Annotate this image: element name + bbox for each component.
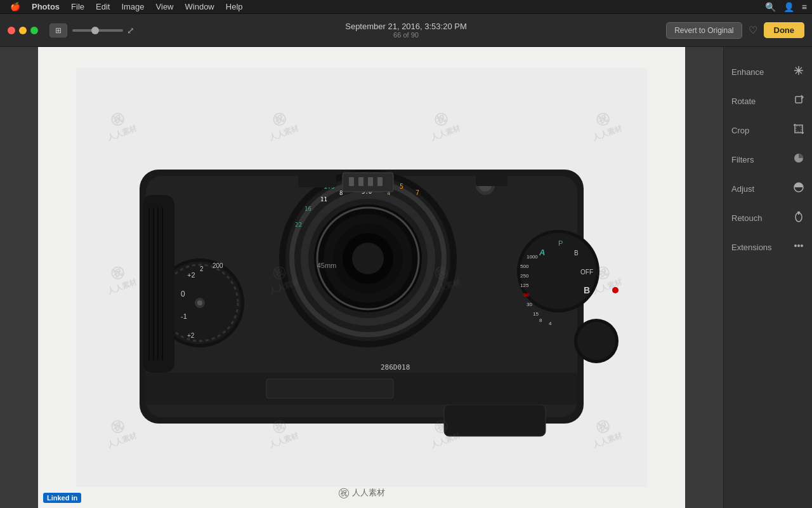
done-button[interactable]: Done xyxy=(764,22,805,38)
svg-text:250: 250 xyxy=(520,273,529,279)
svg-point-41 xyxy=(197,300,202,305)
svg-rect-27 xyxy=(349,177,354,186)
svg-point-12 xyxy=(352,243,384,274)
crop-icon xyxy=(793,123,804,137)
svg-rect-30 xyxy=(377,177,383,186)
maximize-button[interactable] xyxy=(30,27,38,34)
thumbnail-view-button[interactable]: ⊞ xyxy=(49,23,67,37)
thumbnail-icon: ⊞ xyxy=(55,26,62,35)
traffic-lights xyxy=(8,27,38,34)
extensions-label: Extensions xyxy=(731,243,772,252)
adjust-icon xyxy=(793,182,804,196)
svg-text:-1: -1 xyxy=(181,312,187,320)
svg-text:B: B xyxy=(574,250,579,257)
svg-text:0: 0 xyxy=(181,290,185,298)
extensions-tool[interactable]: Extensions xyxy=(724,235,812,259)
svg-text:11: 11 xyxy=(320,196,327,203)
menu-help[interactable]: Help xyxy=(221,1,248,13)
svg-point-91 xyxy=(794,244,797,247)
menubar-right: 🔍 👤 ≡ xyxy=(765,2,807,12)
menu-photos[interactable]: Photos xyxy=(27,1,65,13)
svg-text:+2: +2 xyxy=(187,332,195,339)
svg-text:200: 200 xyxy=(213,262,223,269)
svg-rect-28 xyxy=(358,177,363,186)
svg-text:5: 5 xyxy=(400,183,403,190)
menu-file[interactable]: File xyxy=(66,1,89,13)
svg-text:2: 2 xyxy=(200,265,204,272)
crop-label: Crop xyxy=(731,126,749,135)
crop-tool[interactable]: Crop xyxy=(724,118,812,142)
svg-text:22: 22 xyxy=(295,222,302,228)
user-icon[interactable]: 👤 xyxy=(783,2,794,12)
svg-text:8: 8 xyxy=(339,190,343,196)
photo-title: September 21, 2016, 3:53:20 PM xyxy=(345,22,467,31)
filters-tool[interactable]: Filters xyxy=(724,147,812,171)
linkedin-watermark: Linked in xyxy=(43,493,81,503)
adjust-label: Adjust xyxy=(731,184,754,194)
search-icon[interactable]: 🔍 xyxy=(765,2,776,12)
svg-text:125: 125 xyxy=(520,283,529,288)
filters-icon xyxy=(793,152,804,166)
filters-label: Filters xyxy=(731,155,754,164)
svg-point-78 xyxy=(797,69,800,72)
svg-point-93 xyxy=(801,244,803,247)
svg-text:1000: 1000 xyxy=(527,254,538,260)
svg-text:7: 7 xyxy=(416,189,419,196)
svg-rect-90 xyxy=(797,211,800,213)
svg-text:500: 500 xyxy=(520,264,529,269)
photo-display: 1.5 2 3 ∞ 5 7 22 16 11 8 5.6 4 45mm xyxy=(38,47,685,508)
svg-text:OFF: OFF xyxy=(580,269,593,276)
svg-text:286D018: 286D018 xyxy=(381,363,410,371)
svg-text:16: 16 xyxy=(304,206,311,212)
svg-rect-85 xyxy=(796,126,801,131)
svg-point-92 xyxy=(797,244,800,247)
retouch-label: Retouch xyxy=(731,213,762,223)
svg-rect-73 xyxy=(266,379,393,398)
svg-point-70 xyxy=(612,287,619,293)
close-button[interactable] xyxy=(8,27,15,34)
menubar: 🍎 Photos File Edit Image View Window Hel… xyxy=(0,0,812,14)
svg-rect-60 xyxy=(444,404,546,436)
retouch-icon xyxy=(793,211,804,225)
photo-count: 66 of 90 xyxy=(345,31,467,39)
expand-icon: ⤢ xyxy=(127,25,134,36)
revert-button[interactable]: Revert to Original xyxy=(666,22,742,39)
svg-text:60: 60 xyxy=(523,292,529,298)
apple-menu[interactable]: 🍎 xyxy=(5,1,25,13)
svg-rect-71 xyxy=(476,175,508,186)
minimize-button[interactable] xyxy=(19,27,27,34)
titlebar-center: September 21, 2016, 3:53:20 PM 66 of 90 xyxy=(345,22,467,39)
svg-text:15: 15 xyxy=(533,311,539,317)
titlebar-left: ⊞ ⤢ xyxy=(8,23,134,37)
rotate-icon xyxy=(793,94,804,108)
retouch-tool[interactable]: Retouch xyxy=(724,206,812,230)
favorite-button[interactable]: ♡ xyxy=(749,24,757,36)
camera-svg: 1.5 2 3 ∞ 5 7 22 16 11 8 5.6 4 45mm xyxy=(76,68,647,487)
svg-text:A: A xyxy=(539,248,545,257)
rotate-label: Rotate xyxy=(731,97,756,106)
enhance-label: Enhance xyxy=(731,67,764,77)
menu-image[interactable]: Image xyxy=(116,1,149,13)
enhance-tool[interactable]: Enhance xyxy=(724,60,812,84)
svg-text:P: P xyxy=(558,239,563,247)
enhance-icon xyxy=(793,65,804,79)
zoom-slider-container: ⤢ xyxy=(72,25,134,36)
menu-window[interactable]: Window xyxy=(180,1,219,13)
menu-edit[interactable]: Edit xyxy=(91,1,115,13)
list-icon[interactable]: ≡ xyxy=(802,2,807,12)
photo-wrapper: 1.5 2 3 ∞ 5 7 22 16 11 8 5.6 4 45mm xyxy=(38,47,685,508)
titlebar: ⊞ ⤢ September 21, 2016, 3:53:20 PM 66 of… xyxy=(0,14,812,47)
photo-canvas: 1.5 2 3 ∞ 5 7 22 16 11 8 5.6 4 45mm xyxy=(0,47,723,508)
svg-text:30: 30 xyxy=(527,302,532,307)
rotate-tool[interactable]: Rotate xyxy=(724,89,812,113)
main-area: 1.5 2 3 ∞ 5 7 22 16 11 8 5.6 4 45mm xyxy=(0,47,812,508)
svg-rect-69 xyxy=(298,175,336,187)
svg-text:+2: +2 xyxy=(187,271,195,279)
svg-point-62 xyxy=(577,322,615,360)
adjust-tool[interactable]: Adjust xyxy=(724,177,812,201)
right-sidebar: Enhance Rotate Crop xyxy=(723,47,812,508)
zoom-slider-thumb[interactable] xyxy=(91,27,99,34)
zoom-slider-track[interactable] xyxy=(72,29,123,32)
titlebar-right: Revert to Original ♡ Done xyxy=(666,22,804,39)
menu-view[interactable]: View xyxy=(151,1,179,13)
